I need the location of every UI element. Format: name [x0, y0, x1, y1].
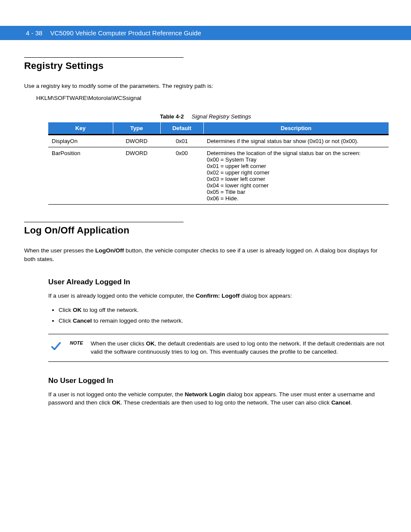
- cell-default: 0x01: [160, 135, 203, 147]
- table-row: DisplayOn DWORD 0x01 Determines if the s…: [48, 135, 389, 147]
- table-caption-text: Signal Registry Settings: [192, 113, 251, 120]
- col-default: Default: [160, 122, 203, 135]
- cell-default: 0x00: [160, 147, 203, 205]
- section-rule: [24, 57, 184, 58]
- no-user-text: If a user is not logged onto the vehicle…: [48, 390, 387, 407]
- cell-key: BarPosition: [48, 147, 113, 205]
- intro-text: Use a registry key to modify some of the…: [24, 82, 387, 90]
- section-rule: [24, 222, 184, 222]
- page-content: Registry Settings Use a registry key to …: [0, 57, 411, 429]
- col-type: Type: [113, 122, 160, 135]
- subheading-user-logged-in: User Already Logged In: [48, 278, 387, 286]
- note-label: NOTE: [70, 340, 83, 345]
- cell-desc: Determines the location of the signal st…: [203, 147, 389, 205]
- note-box: NOTE When the user clicks OK, the defaul…: [48, 334, 389, 362]
- cell-key: DisplayOn: [48, 135, 113, 147]
- note-text: When the user clicks OK, the default cre…: [91, 339, 385, 356]
- table-header-row: Key Type Default Description: [48, 122, 389, 135]
- col-desc: Description: [203, 122, 389, 135]
- table-label: Table 4-2: [160, 113, 184, 120]
- list-item: Click OK to log off the network.: [59, 305, 387, 315]
- section-heading-logonoff: Log On/Off Application: [24, 225, 387, 236]
- user-logged-in-text: If a user is already logged onto the veh…: [48, 292, 387, 300]
- bullet-list: Click OK to log off the network. Click C…: [59, 305, 387, 326]
- cell-desc: Determines if the signal status bar show…: [203, 135, 389, 147]
- table-caption: Table 4-2 Signal Registry Settings: [24, 113, 387, 120]
- logonoff-intro: When the user presses the LogOn/Off butt…: [24, 246, 387, 263]
- registry-table: Key Type Default Description DisplayOn D…: [48, 122, 389, 205]
- subheading-no-user: No User Logged In: [48, 376, 387, 385]
- page-header: 4 - 38 VC5090 Vehicle Computer Product R…: [0, 26, 411, 40]
- doc-title: VC5090 Vehicle Computer Product Referenc…: [50, 29, 201, 37]
- list-item: Click Cancel to remain logged onto the n…: [59, 316, 387, 326]
- cell-type: DWORD: [113, 147, 160, 205]
- section-heading-registry: Registry Settings: [24, 60, 387, 72]
- cell-type: DWORD: [113, 135, 160, 147]
- table-row: BarPosition DWORD 0x00 Determines the lo…: [48, 147, 389, 205]
- check-icon: [50, 340, 62, 352]
- page-number: 4 - 38: [26, 29, 42, 37]
- registry-path: HKLM\SOFTWARE\Motorola\WCSsignal: [36, 94, 387, 103]
- col-key: Key: [48, 122, 113, 135]
